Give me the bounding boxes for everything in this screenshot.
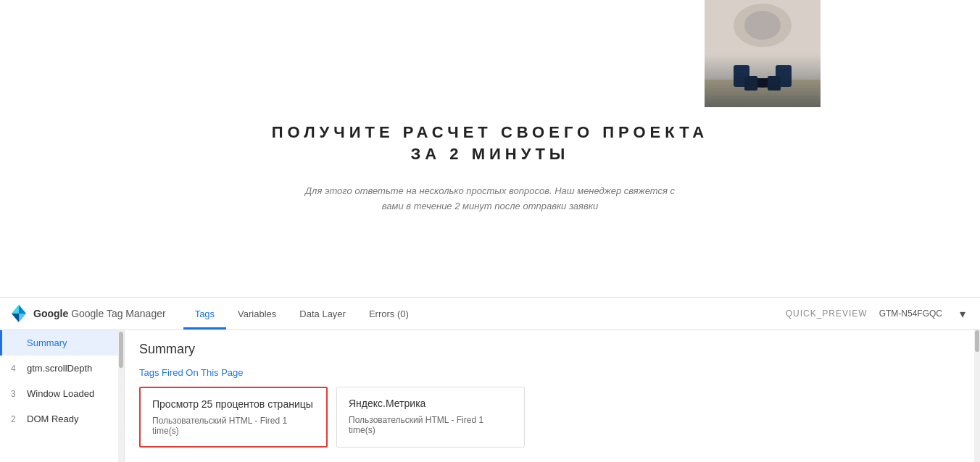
interior-image [705, 0, 821, 107]
gtm-panel: Summary 4 gtm.scrollDepth 3 Window Loade… [0, 330, 980, 462]
tag-type-2: Пользовательский HTML - Fired 1 time(s) [349, 415, 512, 435]
svg-rect-5 [754, 78, 771, 87]
svg-rect-6 [734, 65, 749, 87]
website-preview: ПОЛУЧИТЕ РАСЧЕТ СВОЕГО ПРОЕКТА ЗА 2 МИНУ… [0, 0, 980, 297]
sidebar-scrollbar[interactable] [118, 330, 124, 462]
container-dropdown-button[interactable]: ▾ [954, 305, 971, 322]
svg-point-2 [744, 11, 781, 40]
nav-errors[interactable]: Errors (0) [357, 298, 420, 329]
subtitle-line1: Для этого ответьте на несколько простых … [305, 185, 675, 196]
heading-line1: ПОЛУЧИТЕ РАСЧЕТ СВОЕГО ПРОЕКТА [272, 123, 708, 142]
svg-marker-11 [19, 305, 26, 314]
nav-tags[interactable]: Tags [183, 298, 226, 329]
tags-fired-label: Tags Fired On This Page [139, 367, 960, 378]
tag-card-2[interactable]: Яндекс.Метрика Пользовательский HTML - F… [336, 387, 525, 448]
svg-rect-3 [705, 80, 821, 107]
heading-section: ПОЛУЧИТЕ РАСЧЕТ СВОЕГО ПРОЕКТА ЗА 2 МИНУ… [272, 123, 708, 214]
sidebar-scrollbar-thumb [119, 332, 123, 368]
main-scrollbar-thumb [975, 330, 979, 352]
image-bg [705, 0, 821, 107]
gtm-logo: Google Google Tag Manager [9, 303, 166, 324]
subtitle-line2: вами в течение 2 минут после отправки за… [382, 201, 598, 211]
gtm-sidebar: Summary 4 gtm.scrollDepth 3 Window Loade… [0, 330, 125, 462]
sidebar-item-dom-ready[interactable]: 2 DOM Ready [0, 406, 124, 432]
gtm-main-content: Summary Tags Fired On This Page Просмотр… [125, 330, 974, 462]
gtm-diamond-icon [9, 303, 29, 324]
gtm-nav: Tags Variables Data Layer Errors (0) [183, 298, 420, 329]
svg-rect-9 [768, 76, 781, 91]
nav-data-layer[interactable]: Data Layer [288, 298, 357, 329]
main-scrollbar[interactable] [974, 330, 980, 462]
container-id: GTM-N54FGQC [879, 308, 942, 319]
svg-point-4 [741, 79, 784, 88]
tags-grid: Просмотр 25 процентов страницы Пользоват… [139, 387, 960, 448]
quick-preview-label: QUICK_PREVIEW [786, 308, 868, 319]
svg-marker-12 [12, 314, 19, 322]
tag-card-1[interactable]: Просмотр 25 процентов страницы Пользоват… [139, 387, 328, 448]
gtm-brand-text: Google Google Tag Manager [33, 308, 166, 319]
svg-marker-13 [12, 305, 19, 314]
gtm-toolbar: Google Google Tag Manager Tags Variables… [0, 297, 980, 330]
heading-line2: ЗА 2 МИНУТЫ [272, 145, 708, 164]
sidebar-item-window-loaded[interactable]: 3 Window Loaded [0, 381, 124, 406]
tag-type-1: Пользовательский HTML - Fired 1 time(s) [152, 416, 315, 436]
gtm-right-section: QUICK_PREVIEW GTM-N54FGQC ▾ [786, 305, 971, 322]
subtitle: Для этого ответьте на несколько простых … [272, 184, 708, 214]
svg-rect-8 [744, 76, 757, 91]
tag-name-2: Яндекс.Метрика [349, 398, 512, 409]
svg-rect-7 [776, 65, 792, 87]
chevron-down-icon: ▾ [960, 307, 966, 321]
sidebar-item-summary[interactable]: Summary [0, 330, 124, 356]
nav-variables[interactable]: Variables [226, 298, 288, 329]
panel-title: Summary [139, 342, 960, 357]
sidebar-item-scroll-depth[interactable]: 4 gtm.scrollDepth [0, 356, 124, 381]
interior-svg [705, 0, 821, 107]
tag-name-1: Просмотр 25 процентов страницы [152, 398, 315, 410]
